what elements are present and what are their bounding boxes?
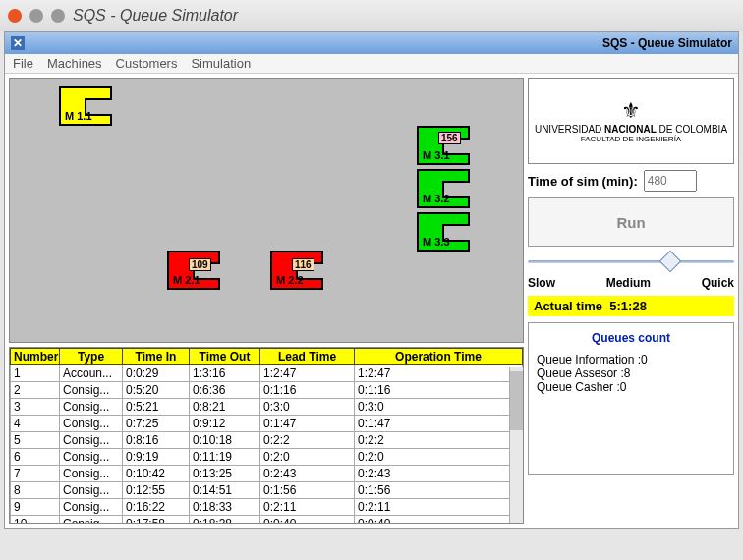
machine-m33[interactable]: M 3.3 [417,212,470,252]
table-row[interactable]: 3Consig...0:5:210:8:210:3:00:3:0 [11,399,523,416]
close-icon[interactable]: ✕ [11,36,25,50]
run-panel: Run [528,197,734,247]
os-titlebar: SQS - Queue Simulator [0,0,743,31]
queue-assessor: Queue Assesor :8 [537,366,725,380]
ticket-156: 156 [438,132,461,144]
window-title: SQS - Queue Simulator [602,36,732,50]
table-row[interactable]: 10Consig...0:17:580:18:380:0:400:0:40 [11,516,523,525]
col-number[interactable]: Number [11,349,60,365]
os-title: SQS - Queue Simulator [73,7,238,25]
menu-customers[interactable]: Customers [116,56,178,71]
col-op-time[interactable]: Operation Time [355,349,523,365]
faculty-label: FACULTAD DE INGENIERÍA [581,135,681,143]
table-row[interactable]: 1Accoun...0:0:291:3:161:2:471:2:47 [11,365,523,382]
queues-title: Queues count [537,331,725,345]
col-time-in[interactable]: Time In [123,349,190,365]
queues-panel: Queues count Queue Information :0 Queue … [528,322,734,475]
ticket-116: 116 [292,258,314,271]
col-lead-time[interactable]: Lead Time [260,349,355,365]
os-maximize-icon[interactable] [51,9,65,23]
machine-m31[interactable]: M 3.1 156 [417,126,470,165]
speed-slider[interactable] [528,252,734,270]
machine-m11[interactable]: M 1.1 [59,86,112,126]
os-close-icon[interactable] [8,9,22,23]
slider-thumb-icon[interactable] [658,251,681,273]
ticket-109: 109 [189,258,211,271]
window-titlebar: ✕ SQS - Queue Simulator [5,32,738,54]
machine-label: M 3.1 [423,149,450,161]
table-row[interactable]: 9Consig...0:16:220:18:330:2:110:2:11 [11,499,523,516]
simulation-canvas[interactable]: M 1.1 M 2.1 109 M 2.2 [9,78,524,343]
machine-m21[interactable]: M 2.1 109 [167,251,220,290]
speed-slow-label: Slow [528,276,555,290]
table-scrollbar[interactable] [509,367,523,523]
time-of-sim-input[interactable] [644,170,697,192]
university-logo: ⚜ UNIVERSIDAD NACIONAL DE COLOMBIA FACUL… [528,78,734,164]
table-row[interactable]: 4Consig...0:7:250:9:120:1:470:1:47 [11,416,523,432]
menu-file[interactable]: File [13,56,33,71]
crest-icon: ⚜ [621,98,641,124]
speed-medium-label: Medium [606,276,651,290]
table-row[interactable]: 2Consig...0:5:200:6:360:1:160:1:16 [11,382,523,399]
menu-machines[interactable]: Machines [47,56,102,71]
table-row[interactable]: 8Consig...0:12:550:14:510:1:560:1:56 [11,482,523,499]
actual-time-display: Actual time 5:1:28 [528,296,734,316]
table-row[interactable]: 5Consig...0:8:160:10:180:2:20:2:2 [11,432,523,449]
machine-label: M 3.2 [423,193,450,204]
time-of-sim-label: Time of sim (min): [528,174,638,189]
col-time-out[interactable]: Time Out [190,349,260,365]
machine-label: M 2.2 [276,274,304,286]
results-table: Number Type Time In Time Out Lead Time O… [9,347,524,524]
menubar: File Machines Customers Simulation [5,54,738,74]
queue-information: Queue Information :0 [537,353,725,366]
table-row[interactable]: 7Consig...0:10:420:13:250:2:430:2:43 [11,466,523,482]
table-row[interactable]: 6Consig...0:9:190:11:190:2:00:2:0 [11,449,523,466]
machine-m22[interactable]: M 2.2 116 [270,251,323,290]
col-type[interactable]: Type [60,349,123,365]
os-minimize-icon[interactable] [29,9,43,23]
queue-casher: Queue Casher :0 [537,380,725,394]
menu-simulation[interactable]: Simulation [191,56,251,71]
speed-quick-label: Quick [702,276,734,290]
machine-m32[interactable]: M 3.2 [417,169,470,208]
run-button[interactable]: Run [610,213,651,232]
machine-label: M 2.1 [173,274,200,286]
machine-label: M 3.3 [423,236,450,248]
machine-label: M 1.1 [65,110,92,122]
